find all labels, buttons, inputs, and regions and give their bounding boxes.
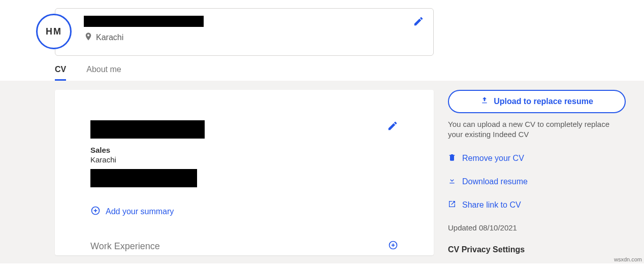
upload-resume-button[interactable]: Upload to replace resume <box>448 90 626 113</box>
profile-tabs: CV About me <box>55 65 644 81</box>
cv-name-redacted <box>90 120 205 139</box>
watermark: wsxdn.com <box>614 256 642 262</box>
add-summary-label: Add your summary <box>106 207 174 216</box>
share-icon <box>448 200 456 210</box>
updated-text: Updated 08/10/2021 <box>448 223 626 232</box>
remove-cv-link[interactable]: Remove your CV <box>448 153 626 163</box>
tab-cv-label: CV <box>55 65 66 74</box>
profile-card: HM Karachi <box>55 8 434 56</box>
work-experience-title: Work Experience <box>90 241 160 252</box>
avatar: HM <box>36 14 72 49</box>
profile-name-redacted <box>84 16 204 27</box>
trash-icon <box>448 153 456 163</box>
edit-profile-button[interactable] <box>413 16 424 29</box>
add-summary-button[interactable]: Add your summary <box>90 206 398 218</box>
remove-cv-label: Remove your CV <box>462 154 524 163</box>
updated-date: 08/10/2021 <box>479 223 517 232</box>
cv-card: Sales Karachi Add your summary Work Expe… <box>55 90 434 255</box>
cv-privacy-heading: CV Privacy Settings <box>448 245 626 254</box>
avatar-initials: HM <box>46 26 62 37</box>
tab-about-me[interactable]: About me <box>86 65 121 81</box>
upload-note: You can upload a new CV to completely re… <box>448 119 626 140</box>
sidebar: Upload to replace resume You can upload … <box>448 90 626 254</box>
download-resume-label: Download resume <box>462 177 528 186</box>
plus-circle-icon <box>90 206 101 218</box>
add-work-experience-button[interactable] <box>388 240 398 252</box>
tab-cv[interactable]: CV <box>55 65 66 81</box>
cv-contact-redacted <box>90 169 197 187</box>
share-cv-link[interactable]: Share link to CV <box>448 200 626 210</box>
upload-resume-label: Upload to replace resume <box>494 97 593 106</box>
updated-prefix: Updated <box>448 223 479 232</box>
work-experience-section: Work Experience <box>90 240 398 255</box>
location-pin-icon <box>84 32 93 43</box>
tab-about-label: About me <box>86 65 121 74</box>
download-resume-link[interactable]: Download resume <box>448 177 626 187</box>
edit-cv-header-button[interactable] <box>387 120 398 133</box>
upload-icon <box>480 96 489 107</box>
profile-location: Karachi <box>96 33 123 42</box>
cv-city: Karachi <box>90 155 387 164</box>
share-cv-label: Share link to CV <box>462 200 521 210</box>
download-icon <box>448 177 456 187</box>
cv-role: Sales <box>90 146 387 154</box>
